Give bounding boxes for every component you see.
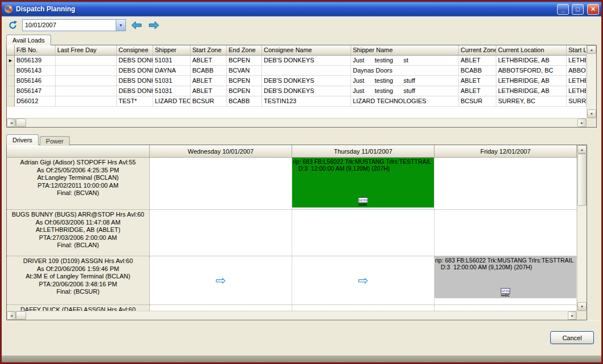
cell[interactable] xyxy=(56,96,117,107)
cell[interactable]: ABLET xyxy=(191,76,227,86)
cell[interactable]: Just testing stuff xyxy=(351,76,459,86)
tab-drivers[interactable]: Drivers xyxy=(6,134,39,145)
trip-event-active[interactable]: rip: 683 FB:L56022 Trk:MUSTANG Trlrs:TES… xyxy=(292,158,434,208)
cell[interactable]: DEB'S DONKEYS xyxy=(262,76,351,86)
cancel-button[interactable]: Cancel xyxy=(550,331,594,344)
cell[interactable]: D56012 xyxy=(15,96,56,107)
cell[interactable]: B056146 xyxy=(15,76,56,86)
column-header-consignee[interactable]: Consignee xyxy=(117,45,153,56)
cell[interactable]: DEBS DONKE xyxy=(117,66,153,76)
cell[interactable]: DEB'S DONKEYS xyxy=(262,86,351,96)
trip-event-assigned[interactable]: rip: 683 FB:L56022 Trk:MUSTANG Trlrs:TES… xyxy=(435,256,576,298)
cell[interactable]: B056139 xyxy=(15,56,56,66)
cell[interactable]: DEBS DONKE xyxy=(117,86,153,96)
scroll-left-button[interactable]: ◄ xyxy=(7,118,16,127)
schedule-cell[interactable] xyxy=(292,210,435,256)
column-header-start-zone[interactable]: Start Zone xyxy=(191,45,227,56)
day-header-friday[interactable]: Friday 12/01/2007 xyxy=(435,145,577,158)
cell[interactable]: LETHB xyxy=(567,86,587,96)
cell[interactable]: DEBS DONKE xyxy=(117,76,153,86)
driver-info-driver-109[interactable]: DRIVER 109 (D109) ASSGN Hrs Avl:60 As Of… xyxy=(7,256,150,305)
cell[interactable] xyxy=(56,56,117,66)
scroll-down-button[interactable]: ▼ xyxy=(587,109,596,118)
cell[interactable]: SURRE xyxy=(567,96,587,107)
cell[interactable]: LETHBRIDGE, AB xyxy=(496,86,567,96)
cell[interactable]: ABLET xyxy=(459,76,496,86)
column-header-shipper[interactable]: Shipper xyxy=(153,45,191,56)
cell[interactable]: ABLET xyxy=(191,56,227,66)
cell[interactable]: BCSUR xyxy=(459,96,496,107)
cell[interactable]: LETHBRIDGE, AB xyxy=(496,76,567,86)
cell[interactable]: BCSUR xyxy=(191,96,227,107)
cell[interactable]: 51031 xyxy=(153,76,191,86)
schedule-cell[interactable]: rip: 683 FB:L56022 Trk:MUSTANG Trlrs:TES… xyxy=(292,158,435,210)
scroll-thumb[interactable] xyxy=(16,118,26,127)
column-header-current-zone[interactable]: Current Zone xyxy=(459,45,496,56)
cell[interactable] xyxy=(56,76,117,86)
schedule-cell[interactable] xyxy=(435,158,577,210)
driver-info-daffy-duck[interactable]: DAFFY DUCK (DAFF) ASSGN Hrs Avl:60 xyxy=(7,305,150,311)
cell[interactable]: B056143 xyxy=(15,66,56,76)
scroll-track[interactable] xyxy=(577,206,587,302)
schedule-cell[interactable] xyxy=(435,305,577,311)
next-day-button[interactable] xyxy=(146,19,161,31)
close-button[interactable]: × xyxy=(587,4,599,15)
selector-column-header[interactable] xyxy=(7,45,15,56)
title-bar[interactable]: Dispatch Planning _ □ × xyxy=(2,2,601,16)
cell[interactable]: BCPEN xyxy=(227,76,262,86)
cell[interactable]: SURREY, BC xyxy=(496,96,567,107)
minimize-button[interactable]: _ xyxy=(557,4,569,15)
move-arrow-icon[interactable]: ⇨ xyxy=(358,274,368,287)
cell[interactable]: LIZARD TECHNOLOGIES xyxy=(351,96,459,107)
cell[interactable]: BCPEN xyxy=(227,86,262,96)
scroll-down-button[interactable]: ▼ xyxy=(577,302,587,311)
tab-avail-loads[interactable]: Avail Loads xyxy=(6,35,51,45)
cell[interactable]: ABLET xyxy=(459,56,496,66)
schedule-cell[interactable]: ⇨ xyxy=(292,256,435,305)
schedule-cell[interactable] xyxy=(150,305,292,311)
cell[interactable]: 51031 xyxy=(153,56,191,66)
cell[interactable]: DAYNA xyxy=(153,66,191,76)
cell[interactable]: Just testing st xyxy=(351,56,459,66)
date-combobox[interactable]: 10/01/2007 ▼ xyxy=(22,19,126,31)
column-header-consignee-name[interactable]: Consignee Name xyxy=(262,45,351,56)
driver-column-header[interactable] xyxy=(7,145,150,158)
loads-vertical-scrollbar[interactable]: ▲ ▼ xyxy=(587,45,596,118)
day-header-wednesday[interactable]: Wednesday 10/01/2007 xyxy=(150,145,292,158)
cell[interactable]: BCABB xyxy=(191,66,227,76)
cell[interactable]: BCABB xyxy=(459,66,496,76)
cell[interactable]: ABLET xyxy=(459,86,496,96)
row-selector[interactable] xyxy=(7,96,15,107)
scroll-track[interactable] xyxy=(26,311,568,320)
cell[interactable] xyxy=(262,66,351,76)
day-header-thursday[interactable]: Thursday 11/01/2007 xyxy=(292,145,435,158)
cell[interactable]: DEB'S DONKEYS xyxy=(262,56,351,66)
move-arrow-icon[interactable]: ⇨ xyxy=(216,274,226,287)
row-selector[interactable] xyxy=(7,76,15,86)
scroll-track[interactable] xyxy=(26,118,577,127)
cell[interactable]: LIZARD TEC xyxy=(153,96,191,107)
cell[interactable]: LETHBRIDGE, AB xyxy=(496,56,567,66)
row-selector[interactable] xyxy=(7,86,15,96)
column-header-start-location[interactable]: Start L xyxy=(567,45,587,56)
cell[interactable]: 51031 xyxy=(153,86,191,96)
cell[interactable]: LETHB xyxy=(567,76,587,86)
column-header-fb-no[interactable]: F/B No. xyxy=(15,45,56,56)
cell[interactable] xyxy=(56,66,117,76)
cell[interactable]: ABBOT xyxy=(567,66,587,76)
column-header-current-location[interactable]: Current Location xyxy=(496,45,567,56)
combo-dropdown-button[interactable]: ▼ xyxy=(116,20,125,31)
cell[interactable]: LETHB xyxy=(567,56,587,66)
schedule-cell[interactable] xyxy=(150,210,292,256)
scheduler-vertical-scrollbar[interactable]: ▲ ▼ xyxy=(577,145,587,311)
scheduler-horizontal-scrollbar[interactable]: ◄ ► xyxy=(7,311,587,320)
cell[interactable] xyxy=(56,86,117,96)
scroll-right-button[interactable]: ► xyxy=(568,311,577,320)
scroll-right-button[interactable]: ► xyxy=(577,118,587,127)
driver-info-bugs-bunny[interactable]: BUGS BUNNY (BUGS) ARR@STOP Hrs Avl:60 As… xyxy=(7,210,150,256)
refresh-button[interactable] xyxy=(6,19,19,31)
cell[interactable]: Just testing stuff xyxy=(351,86,459,96)
scroll-thumb[interactable] xyxy=(577,154,587,206)
cell[interactable]: TESTIN123 xyxy=(262,96,351,107)
scroll-up-button[interactable]: ▲ xyxy=(577,145,587,154)
